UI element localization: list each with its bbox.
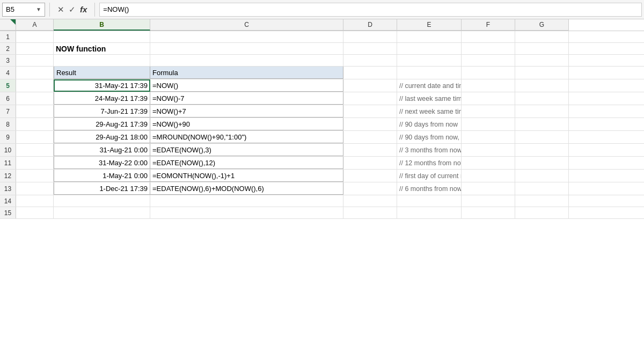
cell-E10[interactable]: // 3 months from now, time removed	[397, 144, 462, 156]
cell-ref-dropdown-icon[interactable]: ▼	[36, 6, 41, 12]
confirm-icon[interactable]: ✓	[69, 5, 76, 14]
cell-F5[interactable]	[462, 79, 515, 92]
row-header-10[interactable]: 10	[0, 144, 16, 156]
formula-input[interactable]	[99, 3, 642, 17]
cell-B11[interactable]: 31-May-22 0:00	[54, 157, 150, 169]
row-header-3[interactable]: 3	[0, 55, 16, 66]
cell-D9[interactable]	[343, 131, 397, 143]
cell-A3[interactable]	[16, 55, 54, 66]
cell-E9[interactable]: // 90 days from now, rounded to nearest …	[397, 131, 462, 143]
row-header-13[interactable]: 13	[0, 182, 16, 195]
cell-C11[interactable]: =EDATE(NOW(),12)	[150, 157, 343, 169]
cell-G13[interactable]	[515, 182, 569, 195]
row-header-6[interactable]: 6	[0, 92, 16, 105]
cell-reference-box[interactable]: B5 ▼	[2, 3, 45, 17]
cell-E2[interactable]	[397, 43, 462, 54]
cell-D12[interactable]	[343, 170, 397, 182]
cell-G2[interactable]	[515, 43, 569, 54]
cell-F10[interactable]	[462, 144, 515, 156]
cell-D7[interactable]	[343, 105, 397, 117]
cell-A12[interactable]	[16, 170, 54, 182]
row-header-7[interactable]: 7	[0, 105, 16, 117]
cell-E15[interactable]	[397, 207, 462, 218]
cell-D10[interactable]	[343, 144, 397, 156]
cell-F9[interactable]	[462, 131, 515, 143]
cell-A6[interactable]	[16, 92, 54, 105]
cell-A15[interactable]	[16, 207, 54, 218]
cell-D13[interactable]	[343, 182, 397, 195]
cell-D6[interactable]	[343, 92, 397, 105]
col-header-A[interactable]: A	[16, 19, 54, 31]
cell-D15[interactable]	[343, 207, 397, 218]
cell-C14[interactable]	[150, 195, 343, 207]
cell-A5[interactable]	[16, 79, 54, 92]
cell-F13[interactable]	[462, 182, 515, 195]
row-header-15[interactable]: 15	[0, 207, 16, 218]
cell-G5[interactable]	[515, 79, 569, 92]
cell-A1[interactable]	[16, 31, 54, 42]
cell-D1[interactable]	[343, 31, 397, 42]
cell-D2[interactable]	[343, 43, 397, 54]
col-header-F[interactable]: F	[462, 19, 515, 31]
cell-C5[interactable]: =NOW()	[150, 79, 343, 92]
cell-G6[interactable]	[515, 92, 569, 105]
cell-G12[interactable]	[515, 170, 569, 182]
cell-B5[interactable]: 31-May-21 17:39	[54, 79, 150, 92]
cell-E8[interactable]: // 90 days from now	[397, 118, 462, 130]
cell-E3[interactable]	[397, 55, 462, 66]
cell-E6[interactable]: // last week same time	[397, 92, 462, 105]
cell-B9[interactable]: 29-Aug-21 18:00	[54, 131, 150, 143]
cell-B4[interactable]: Result	[54, 67, 150, 79]
cell-A10[interactable]	[16, 144, 54, 156]
row-header-4[interactable]: 4	[0, 67, 16, 79]
cell-G14[interactable]	[515, 195, 569, 207]
insert-function-icon[interactable]: fx	[80, 5, 87, 14]
cell-C7[interactable]: =NOW()+7	[150, 105, 343, 117]
cell-C6[interactable]: =NOW()-7	[150, 92, 343, 105]
cell-D3[interactable]	[343, 55, 397, 66]
cell-A13[interactable]	[16, 182, 54, 195]
cell-B2[interactable]: NOW function	[54, 43, 150, 54]
cell-A11[interactable]	[16, 157, 54, 169]
cell-F8[interactable]	[462, 118, 515, 130]
cell-F2[interactable]	[462, 43, 515, 54]
cell-C9[interactable]: =MROUND(NOW()+90,"1:00")	[150, 131, 343, 143]
cell-E14[interactable]	[397, 195, 462, 207]
cell-C12[interactable]: =EOMONTH(NOW(),-1)+1	[150, 170, 343, 182]
row-header-12[interactable]: 12	[0, 170, 16, 182]
cell-A2[interactable]	[16, 43, 54, 54]
cell-G4[interactable]	[515, 67, 569, 79]
cell-B6[interactable]: 24-May-21 17:39	[54, 92, 150, 105]
cell-D11[interactable]	[343, 157, 397, 169]
row-header-2[interactable]: 2	[0, 43, 16, 54]
cell-G1[interactable]	[515, 31, 569, 42]
cell-E13[interactable]: // 6 months from now, time preserved	[397, 182, 462, 195]
cell-C10[interactable]: =EDATE(NOW(),3)	[150, 144, 343, 156]
cell-F7[interactable]	[462, 105, 515, 117]
col-header-G[interactable]: G	[515, 19, 569, 31]
cell-A8[interactable]	[16, 118, 54, 130]
cell-E12[interactable]: // first day of current month	[397, 170, 462, 182]
cell-G10[interactable]	[515, 144, 569, 156]
col-header-E[interactable]: E	[397, 19, 462, 31]
cell-B13[interactable]: 1-Dec-21 17:39	[54, 182, 150, 195]
cell-E1[interactable]	[397, 31, 462, 42]
cell-C8[interactable]: =NOW()+90	[150, 118, 343, 130]
cell-F15[interactable]	[462, 207, 515, 218]
cell-B7[interactable]: 7-Jun-21 17:39	[54, 105, 150, 117]
cell-A7[interactable]	[16, 105, 54, 117]
cell-E11[interactable]: // 12 months from now, time removed	[397, 157, 462, 169]
cell-B14[interactable]	[54, 195, 150, 207]
cell-F12[interactable]	[462, 170, 515, 182]
row-header-9[interactable]: 9	[0, 131, 16, 143]
cell-A4[interactable]	[16, 67, 54, 79]
cell-G15[interactable]	[515, 207, 569, 218]
cell-F3[interactable]	[462, 55, 515, 66]
cell-F1[interactable]	[462, 31, 515, 42]
cell-C3[interactable]	[150, 55, 343, 66]
row-header-5[interactable]: 5	[0, 79, 16, 92]
cell-D14[interactable]	[343, 195, 397, 207]
cell-C13[interactable]: =EDATE(NOW(),6)+MOD(NOW(),6)	[150, 182, 343, 195]
cell-G3[interactable]	[515, 55, 569, 66]
col-header-B[interactable]: B	[54, 19, 150, 31]
